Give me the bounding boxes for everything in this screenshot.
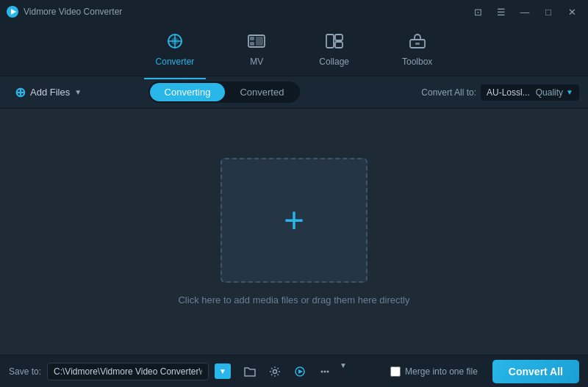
title-left: Vidmore Video Converter [6,5,122,18]
merge-checkbox[interactable] [390,366,401,377]
convert-all-to: Convert All to: AU-Lossl... Quality ▼ [421,84,579,101]
maximize-button[interactable]: □ [538,4,559,20]
app-icon [6,5,19,18]
svg-rect-10 [326,35,334,48]
footer-icons: ▼ [240,361,347,382]
tab-collage-label: Collage [319,57,349,67]
add-files-button[interactable]: ⊕ Add Files ▼ [9,82,87,104]
tab-converter[interactable]: Converter [144,27,207,73]
tab-collage[interactable]: Collage [307,27,361,73]
quality-label: Quality [536,87,563,98]
svg-rect-14 [415,43,420,45]
format-value: AU-Lossl... [487,87,530,98]
toolbar: ⊕ Add Files ▼ Converting Converted Conve… [0,76,588,109]
tab-switcher: Converting Converted [148,82,301,103]
more-options-button[interactable] [315,361,335,382]
close-button[interactable]: ✕ [562,4,582,20]
tab-toolbox-label: Toolbox [402,57,432,67]
converting-tab[interactable]: Converting [150,83,226,101]
converter-icon [166,33,184,54]
tab-toolbox[interactable]: Toolbox [390,27,444,73]
format-selector[interactable]: AU-Lossl... Quality ▼ [481,84,579,101]
title-controls: ⊡ ☰ — □ ✕ [467,4,582,20]
add-files-dropdown-icon: ▼ [74,88,82,96]
svg-point-19 [323,370,326,372]
toolbox-icon [408,33,427,54]
merge-label[interactable]: Merge into one file [405,366,478,377]
svg-rect-11 [335,35,343,40]
nav-tabs: Converter MV Collage [0,23,588,76]
converted-tab[interactable]: Converted [225,83,298,101]
more-options-dropdown-icon: ▼ [340,361,347,382]
drop-hint: Click here to add media files or drag th… [178,294,409,305]
convert-all-to-label: Convert All to: [421,87,476,98]
preview-icon-button[interactable] [290,361,310,382]
svg-rect-7 [250,37,254,40]
svg-rect-9 [256,37,263,46]
plus-icon: + [284,203,304,238]
svg-marker-17 [298,369,303,374]
app-title: Vidmore Video Converter [24,7,122,17]
svg-rect-12 [335,42,343,48]
settings-icon-button[interactable] [265,361,285,382]
menu-button[interactable]: ☰ [491,4,512,20]
merge-section: Merge into one file [390,366,478,377]
mv-icon [247,33,266,54]
add-files-icon: ⊕ [15,84,26,101]
save-path-dropdown-button[interactable]: ▼ [215,364,231,379]
convert-all-button[interactable]: Convert All [492,360,579,383]
title-bar: Vidmore Video Converter ⊡ ☰ — □ ✕ [0,0,588,23]
add-files-label: Add Files [30,87,70,98]
svg-point-18 [320,370,323,372]
message-button[interactable]: ⊡ [467,4,488,20]
svg-point-15 [273,369,276,373]
footer: Save to: ▼ ▼ [0,355,588,387]
collage-icon [325,33,344,54]
main-content: + Click here to add media files or drag … [0,109,588,355]
tab-mv[interactable]: MV [235,27,278,73]
svg-rect-8 [250,42,254,46]
save-path-input[interactable] [47,363,209,380]
minimize-button[interactable]: — [514,4,535,20]
drop-zone[interactable]: + [220,158,368,283]
svg-point-20 [326,370,329,372]
tab-mv-label: MV [250,57,263,67]
tab-converter-label: Converter [156,57,195,67]
format-dropdown-icon: ▼ [566,88,573,96]
save-to-label: Save to: [9,366,41,377]
folder-icon-button[interactable] [240,361,260,382]
